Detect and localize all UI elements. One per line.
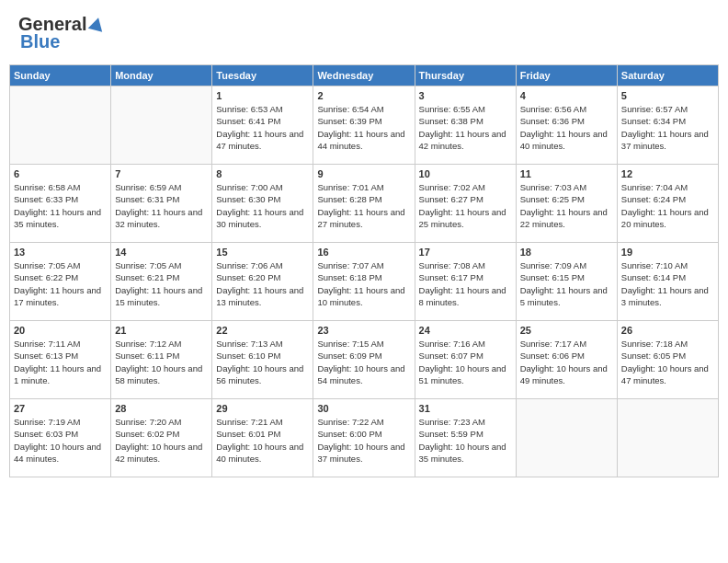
day-info: Sunrise: 6:55 AMSunset: 6:38 PMDaylight:… <box>419 103 512 152</box>
day-info: Sunrise: 6:54 AMSunset: 6:39 PMDaylight:… <box>317 103 410 152</box>
calendar-cell: 18Sunrise: 7:09 AMSunset: 6:15 PMDayligh… <box>516 243 617 321</box>
day-info: Sunrise: 7:03 AMSunset: 6:25 PMDaylight:… <box>520 181 613 230</box>
week-row-4: 20Sunrise: 7:11 AMSunset: 6:13 PMDayligh… <box>10 321 719 399</box>
week-row-2: 6Sunrise: 6:58 AMSunset: 6:33 PMDaylight… <box>10 165 719 243</box>
day-number: 8 <box>216 168 309 179</box>
page-header: General Blue <box>9 9 719 57</box>
calendar-cell <box>111 86 212 165</box>
day-info: Sunrise: 6:56 AMSunset: 6:36 PMDaylight:… <box>520 103 613 152</box>
calendar-cell: 7Sunrise: 6:59 AMSunset: 6:31 PMDaylight… <box>111 165 212 243</box>
day-info: Sunrise: 7:18 AMSunset: 6:05 PMDaylight:… <box>621 338 714 386</box>
calendar-cell: 26Sunrise: 7:18 AMSunset: 6:05 PMDayligh… <box>617 321 718 399</box>
day-number: 23 <box>317 325 410 336</box>
day-info: Sunrise: 7:06 AMSunset: 6:20 PMDaylight:… <box>216 259 309 308</box>
day-number: 12 <box>621 168 714 179</box>
calendar-cell: 20Sunrise: 7:11 AMSunset: 6:13 PMDayligh… <box>10 321 111 399</box>
day-number: 26 <box>621 325 714 336</box>
col-header-sunday: Sunday <box>10 65 111 86</box>
calendar-cell: 11Sunrise: 7:03 AMSunset: 6:25 PMDayligh… <box>516 165 617 243</box>
calendar-cell: 23Sunrise: 7:15 AMSunset: 6:09 PMDayligh… <box>313 321 415 399</box>
day-number: 19 <box>621 247 714 258</box>
day-number: 21 <box>115 325 208 336</box>
calendar-cell: 9Sunrise: 7:01 AMSunset: 6:28 PMDaylight… <box>313 165 415 243</box>
calendar-cell: 4Sunrise: 6:56 AMSunset: 6:36 PMDaylight… <box>516 86 617 165</box>
day-info: Sunrise: 7:01 AMSunset: 6:28 PMDaylight:… <box>317 181 410 230</box>
day-number: 31 <box>419 403 512 414</box>
calendar-cell: 3Sunrise: 6:55 AMSunset: 6:38 PMDaylight… <box>415 86 516 165</box>
day-number: 17 <box>419 247 512 258</box>
calendar-cell: 5Sunrise: 6:57 AMSunset: 6:34 PMDaylight… <box>617 86 718 165</box>
calendar-cell: 28Sunrise: 7:20 AMSunset: 6:02 PMDayligh… <box>111 399 212 477</box>
day-info: Sunrise: 7:20 AMSunset: 6:02 PMDaylight:… <box>115 416 208 465</box>
calendar-cell: 21Sunrise: 7:12 AMSunset: 6:11 PMDayligh… <box>111 321 212 399</box>
day-number: 22 <box>216 325 309 336</box>
calendar-cell <box>617 399 718 477</box>
calendar-cell: 22Sunrise: 7:13 AMSunset: 6:10 PMDayligh… <box>212 321 313 399</box>
day-number: 20 <box>14 325 107 336</box>
col-header-monday: Monday <box>111 65 212 86</box>
calendar-cell: 16Sunrise: 7:07 AMSunset: 6:18 PMDayligh… <box>313 243 415 321</box>
week-row-5: 27Sunrise: 7:19 AMSunset: 6:03 PMDayligh… <box>10 399 719 477</box>
calendar-cell: 2Sunrise: 6:54 AMSunset: 6:39 PMDaylight… <box>313 86 415 165</box>
calendar-cell: 10Sunrise: 7:02 AMSunset: 6:27 PMDayligh… <box>415 165 516 243</box>
day-number: 4 <box>520 90 613 101</box>
day-info: Sunrise: 7:11 AMSunset: 6:13 PMDaylight:… <box>14 338 107 386</box>
day-number: 24 <box>419 325 512 336</box>
calendar-cell: 17Sunrise: 7:08 AMSunset: 6:17 PMDayligh… <box>415 243 516 321</box>
day-info: Sunrise: 7:02 AMSunset: 6:27 PMDaylight:… <box>419 181 512 230</box>
day-number: 5 <box>621 90 714 101</box>
day-number: 1 <box>216 90 309 101</box>
day-number: 18 <box>520 247 613 258</box>
day-number: 9 <box>317 168 410 179</box>
week-row-3: 13Sunrise: 7:05 AMSunset: 6:22 PMDayligh… <box>10 243 719 321</box>
day-info: Sunrise: 7:17 AMSunset: 6:06 PMDaylight:… <box>520 338 613 386</box>
day-info: Sunrise: 7:15 AMSunset: 6:09 PMDaylight:… <box>317 338 410 386</box>
day-info: Sunrise: 7:07 AMSunset: 6:18 PMDaylight:… <box>317 259 410 308</box>
col-header-friday: Friday <box>516 65 617 86</box>
day-info: Sunrise: 7:19 AMSunset: 6:03 PMDaylight:… <box>14 416 107 465</box>
day-info: Sunrise: 7:10 AMSunset: 6:14 PMDaylight:… <box>621 259 714 308</box>
calendar-cell: 15Sunrise: 7:06 AMSunset: 6:20 PMDayligh… <box>212 243 313 321</box>
day-info: Sunrise: 7:23 AMSunset: 5:59 PMDaylight:… <box>419 416 512 465</box>
day-number: 25 <box>520 325 613 336</box>
day-info: Sunrise: 7:22 AMSunset: 6:00 PMDaylight:… <box>317 416 410 465</box>
calendar-cell: 12Sunrise: 7:04 AMSunset: 6:24 PMDayligh… <box>617 165 718 243</box>
calendar-cell: 19Sunrise: 7:10 AMSunset: 6:14 PMDayligh… <box>617 243 718 321</box>
calendar-cell: 30Sunrise: 7:22 AMSunset: 6:00 PMDayligh… <box>313 399 415 477</box>
day-info: Sunrise: 7:12 AMSunset: 6:11 PMDaylight:… <box>115 338 208 386</box>
day-info: Sunrise: 7:13 AMSunset: 6:10 PMDaylight:… <box>216 338 309 386</box>
day-number: 3 <box>419 90 512 101</box>
day-info: Sunrise: 6:58 AMSunset: 6:33 PMDaylight:… <box>14 181 107 230</box>
day-info: Sunrise: 7:05 AMSunset: 6:22 PMDaylight:… <box>14 259 107 308</box>
day-number: 7 <box>115 168 208 179</box>
calendar-cell: 31Sunrise: 7:23 AMSunset: 5:59 PMDayligh… <box>415 399 516 477</box>
logo-blue-text: Blue <box>20 31 60 52</box>
calendar-cell <box>10 86 111 165</box>
day-info: Sunrise: 6:53 AMSunset: 6:41 PMDaylight:… <box>216 103 309 152</box>
day-number: 15 <box>216 247 309 258</box>
week-row-1: 1Sunrise: 6:53 AMSunset: 6:41 PMDaylight… <box>10 86 719 165</box>
calendar-cell: 8Sunrise: 7:00 AMSunset: 6:30 PMDaylight… <box>212 165 313 243</box>
calendar-cell: 13Sunrise: 7:05 AMSunset: 6:22 PMDayligh… <box>10 243 111 321</box>
day-number: 27 <box>14 403 107 414</box>
calendar-cell: 29Sunrise: 7:21 AMSunset: 6:01 PMDayligh… <box>212 399 313 477</box>
day-info: Sunrise: 6:59 AMSunset: 6:31 PMDaylight:… <box>115 181 208 230</box>
calendar-cell: 14Sunrise: 7:05 AMSunset: 6:21 PMDayligh… <box>111 243 212 321</box>
day-number: 30 <box>317 403 410 414</box>
svg-marker-0 <box>88 16 106 32</box>
day-number: 10 <box>419 168 512 179</box>
day-number: 11 <box>520 168 613 179</box>
logo: General Blue <box>18 14 107 52</box>
calendar-cell: 1Sunrise: 6:53 AMSunset: 6:41 PMDaylight… <box>212 86 313 165</box>
calendar-cell: 27Sunrise: 7:19 AMSunset: 6:03 PMDayligh… <box>10 399 111 477</box>
day-info: Sunrise: 6:57 AMSunset: 6:34 PMDaylight:… <box>621 103 714 152</box>
day-number: 6 <box>14 168 107 179</box>
day-number: 16 <box>317 247 410 258</box>
col-header-tuesday: Tuesday <box>212 65 313 86</box>
day-number: 2 <box>317 90 410 101</box>
day-number: 14 <box>115 247 208 258</box>
day-info: Sunrise: 7:09 AMSunset: 6:15 PMDaylight:… <box>520 259 613 308</box>
header-row: SundayMondayTuesdayWednesdayThursdayFrid… <box>10 65 719 86</box>
day-number: 28 <box>115 403 208 414</box>
col-header-wednesday: Wednesday <box>313 65 415 86</box>
